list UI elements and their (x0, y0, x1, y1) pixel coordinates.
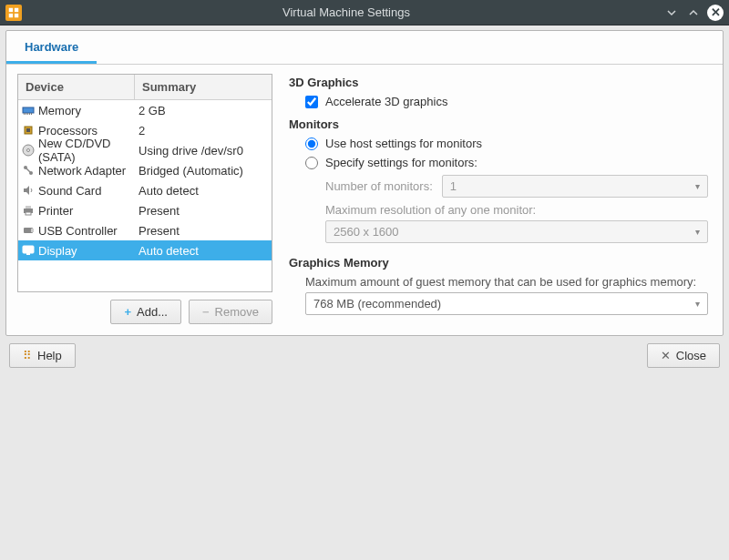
device-row-memory[interactable]: Memory 2 GB (18, 100, 272, 120)
num-monitors-label: Number of monitors: (325, 179, 433, 193)
device-summary: Bridged (Automatic) (135, 164, 272, 178)
device-label: Printer (38, 204, 73, 218)
device-summary: 2 GB (135, 104, 272, 117)
max-res-label: Maximum resolution of any one monitor: (325, 203, 708, 217)
add-device-button[interactable]: +Add... (110, 300, 181, 324)
display-icon (22, 244, 35, 257)
app-icon (5, 5, 22, 21)
device-summary: Present (135, 224, 272, 238)
svg-rect-18 (26, 212, 31, 215)
num-monitors-select: 1 ▾ (442, 175, 708, 198)
footer: ⠿ Help ✕ Close (0, 336, 729, 375)
settings-frame: Hardware Device Summary Memory 2 GB Proc… (5, 30, 724, 336)
section-monitors: Monitors (289, 117, 708, 131)
device-row-network[interactable]: Network Adapter Bridged (Automatic) (18, 160, 272, 180)
remove-device-button: −Remove (189, 300, 272, 324)
device-row-printer[interactable]: Printer Present (18, 200, 272, 220)
device-table: Device Summary Memory 2 GB Processors 2 … (17, 74, 272, 292)
maximize-button[interactable] (685, 5, 702, 21)
close-window-button[interactable]: ✕ (707, 5, 724, 21)
chevron-down-icon: ▾ (695, 227, 700, 237)
sound-icon (22, 184, 35, 197)
svg-rect-3 (15, 13, 18, 16)
device-label: New CD/DVD (SATA) (38, 137, 135, 164)
specify-radio[interactable] (305, 157, 318, 169)
section-3d-graphics: 3D Graphics (289, 76, 708, 89)
svg-point-13 (27, 149, 30, 152)
device-summary: Present (135, 204, 272, 218)
device-summary: 2 (135, 124, 272, 137)
help-label: Help (37, 349, 62, 362)
device-label: Processors (38, 124, 98, 137)
device-summary: Using drive /dev/sr0 (135, 144, 272, 158)
svg-rect-1 (15, 7, 18, 11)
add-button-label: Add... (137, 305, 168, 319)
device-summary: Auto detect (135, 184, 272, 198)
svg-rect-8 (29, 113, 30, 115)
chevron-down-icon: ▾ (695, 299, 700, 309)
device-row-sound[interactable]: Sound Card Auto detect (18, 180, 272, 200)
disc-icon (22, 144, 35, 157)
use-host-radio[interactable] (305, 137, 318, 150)
help-button[interactable]: ⠿ Help (9, 343, 76, 368)
graphics-memory-select[interactable]: 768 MB (recommended) ▾ (305, 292, 708, 315)
specify-label: Specify settings for monitors: (325, 156, 477, 169)
remove-button-label: Remove (215, 305, 259, 319)
close-label: Close (676, 349, 706, 362)
use-host-label: Use host settings for monitors (325, 137, 482, 150)
tab-row: Hardware (6, 31, 723, 65)
device-label: USB Controller (38, 224, 118, 238)
num-monitors-value: 1 (450, 179, 457, 193)
svg-rect-9 (31, 113, 32, 115)
device-row-usb[interactable]: USB Controller Present (18, 220, 272, 240)
close-button[interactable]: ✕ Close (647, 343, 720, 368)
col-header-device: Device (18, 75, 135, 99)
accelerate-3d-label: Accelerate 3D graphics (325, 95, 447, 108)
svg-rect-4 (23, 107, 34, 113)
printer-icon (22, 204, 35, 217)
svg-rect-7 (27, 113, 28, 115)
usb-icon (22, 224, 35, 237)
device-table-header: Device Summary (18, 75, 272, 100)
svg-rect-20 (31, 229, 34, 232)
svg-rect-6 (26, 113, 26, 115)
network-icon (22, 164, 35, 177)
device-row-display[interactable]: Display Auto detect (18, 240, 272, 260)
device-row-cddvd[interactable]: New CD/DVD (SATA) Using drive /dev/sr0 (18, 140, 272, 160)
graphics-memory-value: 768 MB (recommended) (313, 297, 441, 311)
svg-rect-11 (26, 128, 30, 132)
svg-rect-2 (9, 13, 13, 16)
device-summary: Auto detect (135, 244, 272, 258)
help-icon: ⠿ (23, 349, 32, 362)
device-label: Sound Card (38, 184, 101, 198)
accelerate-3d-checkbox[interactable] (305, 96, 318, 108)
svg-rect-21 (23, 246, 34, 253)
max-res-value: 2560 x 1600 (334, 225, 399, 239)
svg-rect-5 (24, 113, 25, 115)
minimize-button[interactable] (663, 5, 680, 21)
memory-icon (22, 104, 35, 117)
device-label: Memory (38, 104, 81, 117)
graphics-memory-helper: Maximum amount of guest memory that can … (305, 275, 708, 289)
plus-icon: + (124, 305, 131, 319)
close-icon: ✕ (661, 349, 671, 362)
device-label: Display (38, 244, 77, 258)
device-label: Network Adapter (38, 164, 126, 178)
chevron-down-icon: ▾ (695, 181, 700, 191)
svg-rect-22 (26, 253, 30, 255)
device-panel: Device Summary Memory 2 GB Processors 2 … (17, 74, 272, 324)
window-title: Virtual Machine Settings (29, 5, 663, 19)
section-graphics-memory: Graphics Memory (289, 256, 708, 270)
tab-hardware[interactable]: Hardware (6, 31, 97, 64)
svg-rect-0 (9, 7, 13, 11)
cpu-icon (22, 124, 35, 137)
titlebar: Virtual Machine Settings ✕ (0, 0, 729, 25)
minus-icon: − (202, 305, 210, 319)
col-header-summary: Summary (135, 75, 272, 99)
svg-rect-17 (26, 206, 31, 209)
max-res-select: 2560 x 1600 ▾ (325, 220, 708, 243)
settings-panel: 3D Graphics Accelerate 3D graphics Monit… (285, 74, 712, 324)
